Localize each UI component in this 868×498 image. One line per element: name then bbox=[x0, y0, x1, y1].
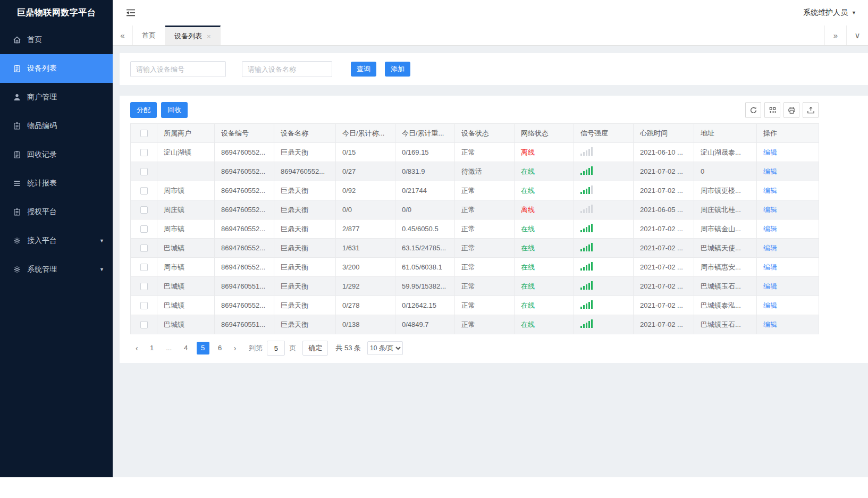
app-title: 巨鼎物联网数字平台 bbox=[0, 0, 113, 26]
edit-link[interactable]: 编辑 bbox=[763, 320, 777, 328]
document-icon bbox=[13, 64, 21, 73]
page-number-1[interactable]: 1 bbox=[146, 342, 158, 354]
column-header: 操作 bbox=[757, 124, 819, 143]
table-action-row: 分配 回收 bbox=[130, 102, 819, 118]
row-checkbox[interactable] bbox=[140, 149, 148, 156]
cell-heartbeat-time: 2021-07-02 ... bbox=[634, 220, 694, 239]
print-button[interactable] bbox=[783, 102, 799, 118]
device-number-input[interactable] bbox=[130, 61, 226, 77]
home-icon bbox=[13, 36, 21, 44]
cell-today-total-count: 0/15 bbox=[336, 143, 395, 162]
edit-link[interactable]: 编辑 bbox=[763, 206, 777, 214]
edit-link[interactable]: 编辑 bbox=[763, 263, 777, 271]
refresh-button[interactable] bbox=[745, 102, 761, 118]
app-window: 巨鼎物联网数字平台 首页设备列表商户管理物品编码回收记录统计报表授权平台接入平台… bbox=[0, 0, 868, 477]
cell-device-status: 正常 bbox=[455, 200, 515, 220]
network-status-badge: 在线 bbox=[521, 244, 535, 252]
prev-page-button[interactable]: ‹ bbox=[130, 344, 144, 352]
header-checkbox-cell bbox=[131, 124, 157, 143]
cell-merchant: 巴城镇 bbox=[157, 239, 215, 258]
page-size-select[interactable]: 10 条/页 bbox=[367, 341, 403, 355]
edit-link[interactable]: 编辑 bbox=[763, 301, 777, 309]
add-button[interactable]: 添加 bbox=[385, 62, 410, 77]
user-menu[interactable]: 系统维护人员 ▼ bbox=[803, 8, 856, 18]
cell-device-name: 巨鼎天衡 bbox=[274, 200, 336, 220]
row-checkbox[interactable] bbox=[140, 302, 148, 309]
export-button[interactable] bbox=[803, 102, 819, 118]
gear-icon bbox=[13, 237, 21, 245]
edit-link[interactable]: 编辑 bbox=[763, 167, 777, 175]
edit-link[interactable]: 编辑 bbox=[763, 187, 777, 195]
assign-button[interactable]: 分配 bbox=[130, 102, 157, 118]
page-number-6[interactable]: 6 bbox=[214, 342, 226, 354]
page-number-4[interactable]: 4 bbox=[180, 342, 192, 354]
page-number-5[interactable]: 5 bbox=[197, 342, 209, 354]
edit-link[interactable]: 编辑 bbox=[763, 244, 777, 252]
close-icon[interactable]: × bbox=[207, 32, 211, 40]
content-area: 查询 添加 分配 回收 bbox=[113, 46, 868, 477]
sidebar-item-authorization-platform[interactable]: 授权平台 bbox=[0, 198, 113, 226]
signal-strength-icon bbox=[580, 319, 593, 328]
tabs-scroll-right-button[interactable]: » bbox=[824, 26, 846, 45]
select-all-checkbox[interactable] bbox=[140, 130, 148, 137]
total-count-label: 共 53 条 bbox=[335, 343, 361, 353]
sidebar-item-item-code[interactable]: 物品编码 bbox=[0, 112, 113, 140]
cell-device-number: 8694760552... bbox=[215, 143, 274, 162]
tab-device-list[interactable]: 设备列表× bbox=[165, 26, 221, 45]
columns-button[interactable] bbox=[764, 102, 780, 118]
row-checkbox[interactable] bbox=[140, 225, 148, 233]
row-checkbox[interactable] bbox=[140, 187, 148, 195]
cell-merchant: 巴城镇 bbox=[157, 277, 215, 296]
goto-page-input[interactable] bbox=[267, 341, 285, 356]
cell-address: 周市镇惠安... bbox=[694, 258, 757, 277]
cell-checkbox bbox=[131, 277, 157, 296]
next-page-button[interactable]: › bbox=[229, 344, 242, 352]
sidebar-item-recycle-records[interactable]: 回收记录 bbox=[0, 140, 113, 169]
signal-strength-icon bbox=[580, 224, 593, 232]
query-button[interactable]: 查询 bbox=[351, 62, 376, 77]
device-name-input[interactable] bbox=[242, 61, 332, 77]
row-checkbox[interactable] bbox=[140, 264, 148, 271]
sidebar-item-system-management[interactable]: 系统管理▼ bbox=[0, 255, 113, 284]
tabs-menu-button[interactable]: ∨ bbox=[846, 26, 868, 45]
sidebar-item-home[interactable]: 首页 bbox=[0, 26, 113, 54]
cell-address: 淀山湖晟泰... bbox=[694, 143, 757, 162]
cell-today-total-count: 1/631 bbox=[336, 239, 395, 258]
cell-heartbeat-time: 2021-07-02 ... bbox=[634, 181, 694, 200]
sidebar-item-label: 系统管理 bbox=[27, 265, 57, 274]
row-checkbox[interactable] bbox=[140, 244, 148, 252]
column-header: 所属商户 bbox=[157, 124, 215, 143]
sidebar-item-label: 接入平台 bbox=[27, 236, 57, 246]
cell-actions: 编辑 bbox=[757, 315, 819, 334]
cell-network-status: 离线 bbox=[515, 143, 574, 162]
tab-home[interactable]: 首页 bbox=[133, 26, 165, 45]
confirm-page-button[interactable]: 确定 bbox=[302, 341, 328, 356]
row-checkbox[interactable] bbox=[140, 206, 148, 214]
edit-link[interactable]: 编辑 bbox=[763, 148, 777, 156]
column-header: 今日/累计重... bbox=[395, 124, 455, 143]
sidebar-item-statistics-report[interactable]: 统计报表 bbox=[0, 169, 113, 198]
cell-today-total-weight: 61.05/6038.1 bbox=[395, 258, 455, 277]
signal-strength-icon bbox=[580, 185, 593, 194]
sidebar-item-access-platform[interactable]: 接入平台▼ bbox=[0, 226, 113, 255]
edit-link[interactable]: 编辑 bbox=[763, 282, 777, 290]
row-checkbox[interactable] bbox=[140, 283, 148, 290]
recycle-button[interactable]: 回收 bbox=[161, 102, 188, 118]
row-checkbox[interactable] bbox=[140, 168, 148, 175]
sidebar-item-merchant-management[interactable]: 商户管理 bbox=[0, 83, 113, 112]
sidebar: 巨鼎物联网数字平台 首页设备列表商户管理物品编码回收记录统计报表授权平台接入平台… bbox=[0, 0, 113, 477]
collapse-sidebar-icon[interactable] bbox=[125, 9, 136, 17]
cell-today-total-weight: 0/0 bbox=[395, 200, 455, 220]
sidebar-item-device-list[interactable]: 设备列表 bbox=[0, 54, 113, 83]
tabs-scroll-left-button[interactable]: « bbox=[113, 26, 133, 45]
cell-network-status: 在线 bbox=[515, 277, 574, 296]
cell-checkbox bbox=[131, 315, 157, 334]
cell-actions: 编辑 bbox=[757, 181, 819, 200]
column-header: 设备状态 bbox=[455, 124, 515, 143]
cell-actions: 编辑 bbox=[757, 220, 819, 239]
cell-today-total-weight: 59.95/15382... bbox=[395, 277, 455, 296]
cell-device-status: 正常 bbox=[455, 220, 515, 239]
edit-link[interactable]: 编辑 bbox=[763, 225, 777, 233]
table-row: 巴城镇8694760551...巨鼎天衡1/29259.95/15382...正… bbox=[131, 277, 819, 296]
row-checkbox[interactable] bbox=[140, 321, 148, 328]
